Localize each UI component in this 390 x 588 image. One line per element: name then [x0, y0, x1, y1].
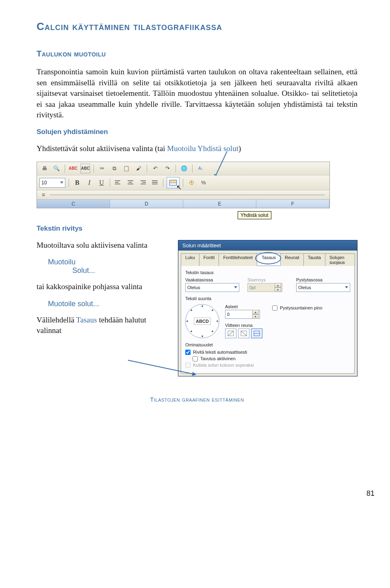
- shrink-to-fit-checkbox: Kutista solun kokoon sopivaksi: [185, 363, 350, 368]
- checkbox-input: [185, 363, 191, 368]
- checkbox-label: Tavutus aktiivinen: [200, 356, 236, 361]
- font-size-input[interactable]: 10: [39, 178, 65, 188]
- horizontal-align-select[interactable]: Oletus: [185, 283, 239, 292]
- hyphenation-checkbox[interactable]: Tavutus aktiivinen: [193, 356, 350, 361]
- currency-icon[interactable]: ⦿: [186, 178, 196, 188]
- dropdown-arrow-icon: [234, 286, 237, 288]
- field-label: Sisennys: [247, 277, 288, 282]
- checkbox-label: Kutista solun kokoon sopivaksi: [193, 363, 254, 368]
- align-left-icon[interactable]: [113, 178, 123, 188]
- page-title: Calcin käyttäminen tilastografiikassa: [37, 20, 358, 33]
- column-header[interactable]: D: [110, 200, 183, 208]
- underline-button[interactable]: U: [97, 178, 106, 188]
- dropdown-arrow-icon: [345, 286, 348, 288]
- checkbox-input[interactable]: [193, 356, 198, 361]
- degrees-stepper[interactable]: 0 ▲▼: [225, 310, 260, 319]
- cursor-icon: ↖: [176, 184, 182, 191]
- checkbox-label: Pystysuuntainen pino: [280, 305, 323, 310]
- column-headers: C D E F: [37, 199, 329, 208]
- up-icon[interactable]: ▲: [252, 310, 259, 314]
- calc-toolbar-screenshot: 🖶 🔍 ABC ABC ✂ ⧉ 📋 🖌 ↶ ↷ 🌐 A↓: [37, 162, 330, 208]
- body-paragraph: Transponointia samoin kuin kuvion piirtä…: [37, 67, 358, 121]
- redo-icon[interactable]: ↷: [162, 164, 172, 173]
- align-center-icon[interactable]: [126, 178, 135, 188]
- print-preview-icon[interactable]: 🔍: [52, 164, 61, 173]
- menu-reference: Muotoile solut...: [48, 300, 171, 308]
- text: Yhdistettävät solut aktiivisena valinta …: [37, 144, 167, 153]
- reference-edge-buttons: [225, 329, 350, 338]
- cell-attributes-dialog: Solun määritteet Luku Fontti Fonttitehos…: [178, 240, 358, 376]
- field-label: Vaakatasossa: [185, 277, 239, 282]
- vertical-align-select[interactable]: Oletus: [296, 283, 350, 292]
- body-paragraph: Yhdistettävät solut aktiivisena valinta …: [37, 143, 358, 154]
- checkbox-input[interactable]: [185, 350, 191, 355]
- column-header[interactable]: F: [256, 200, 329, 208]
- formula-bar: =: [37, 190, 329, 199]
- checkbox-label: Rivitä teksti automaattisesti: [193, 350, 247, 355]
- rotation-dial[interactable]: ABCD: [185, 304, 219, 338]
- column-header[interactable]: E: [183, 200, 256, 208]
- wrap-text-checkbox[interactable]: Rivitä teksti automaattisesti: [185, 350, 350, 355]
- down-icon[interactable]: ▼: [252, 314, 259, 319]
- hyperlink-icon[interactable]: 🌐: [179, 164, 189, 173]
- field-label: Asteet: [225, 304, 260, 309]
- font-size-value: 10: [41, 180, 47, 186]
- subheading-merge: Solujen yhdistäminen: [37, 128, 358, 136]
- equals-label: =: [39, 192, 48, 198]
- tab-tausta[interactable]: Tausta: [303, 253, 325, 266]
- checkbox-input[interactable]: [272, 305, 277, 311]
- vertical-stack-checkbox[interactable]: Pystysuuntainen pino: [272, 305, 323, 311]
- percent-icon[interactable]: %: [199, 178, 208, 188]
- text: Välilehdellä: [37, 316, 76, 324]
- cut-icon[interactable]: ✂: [97, 164, 107, 173]
- subheading-wrap: Tekstin rivitys: [37, 225, 358, 233]
- field-label: Viitteen reuna: [225, 323, 350, 328]
- undo-icon[interactable]: ↶: [150, 164, 160, 173]
- tab-tasaus[interactable]: Tasaus: [257, 253, 281, 266]
- select-value: Oletus: [298, 285, 311, 290]
- stepper-value: 0pt: [249, 285, 256, 290]
- column-header[interactable]: C: [37, 200, 110, 208]
- merge-cells-button[interactable]: ↖: [167, 177, 180, 188]
- tab-solujen-suojaus[interactable]: Solujen suojaus: [325, 253, 355, 266]
- edge-option[interactable]: [251, 329, 262, 338]
- page-number: 81: [366, 489, 375, 498]
- dropdown-arrow-icon: [60, 182, 63, 184]
- dialog-title: Solun määritteet: [178, 240, 357, 251]
- tab-label: Tasaus: [262, 255, 276, 260]
- format-paintbrush-icon[interactable]: 🖌: [134, 164, 143, 173]
- indent-stepper: 0pt ▲▼: [247, 283, 282, 292]
- edge-option[interactable]: [238, 329, 249, 338]
- tab-bar: Luku Fontti Fonttitehosteet Tasaus Reuna…: [178, 251, 357, 266]
- field-label: Pystytasossa: [296, 277, 350, 282]
- menu-reference: Muotoilu Yhdistä solut: [167, 144, 238, 153]
- select-value: Oletus: [187, 285, 200, 290]
- stepper-value: 0: [227, 312, 230, 317]
- tab-reference: Tasaus: [76, 316, 97, 324]
- tooltip: Yhdistä solut: [238, 211, 271, 219]
- body-paragraph: Muotoiltava solu aktiivisena valinta: [37, 240, 171, 251]
- italic-button[interactable]: I: [84, 178, 94, 188]
- group-label: Tekstin tasaus: [185, 270, 350, 275]
- align-right-icon[interactable]: [138, 178, 147, 188]
- align-justify-icon[interactable]: [150, 178, 160, 188]
- paste-icon[interactable]: 📋: [121, 164, 131, 173]
- copy-icon[interactable]: ⧉: [109, 164, 119, 173]
- section-heading: Taulukon muotoilu: [37, 49, 358, 58]
- spellcheck-icon[interactable]: ABC: [68, 164, 78, 173]
- svg-line-18: [241, 331, 247, 336]
- tab-fontti[interactable]: Fontti: [199, 253, 219, 266]
- tab-luku[interactable]: Luku: [181, 253, 199, 266]
- print-icon[interactable]: 🖶: [39, 164, 49, 173]
- tab-reunat[interactable]: Reunat: [280, 253, 303, 266]
- svg-line-16: [228, 331, 234, 336]
- standard-toolbar: 🖶 🔍 ABC ABC ✂ ⧉ 📋 🖌 ↶ ↷ 🌐 A↓: [37, 162, 329, 175]
- tab-fonttitehosteet[interactable]: Fonttitehosteet: [219, 253, 257, 266]
- menu-reference: Solut...: [72, 266, 171, 275]
- page-footer: Tilastojen graafinen esittäminen: [37, 396, 358, 403]
- sort-asc-icon[interactable]: A↓: [196, 164, 206, 173]
- bold-button[interactable]: B: [72, 178, 82, 188]
- autospell-icon[interactable]: ABC: [80, 164, 90, 173]
- edge-option[interactable]: [225, 329, 236, 338]
- formatting-toolbar: 10 B I U: [37, 175, 329, 190]
